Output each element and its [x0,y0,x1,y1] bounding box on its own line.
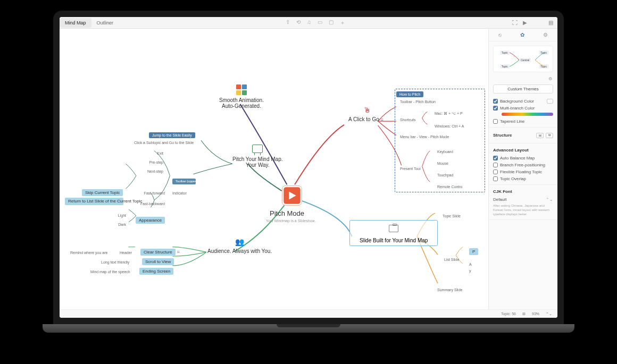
topic-remind[interactable]: Remind where you are [70,251,107,255]
topic-toolbar-pitch[interactable]: Toolbar - Pitch Button [400,100,436,104]
topic-mac-shortcut[interactable]: Mac: ⌘ + ⌥ + P [435,112,463,116]
zoom-stepper-icon[interactable]: ⌃⌄ [546,312,552,316]
share-icon[interactable]: ⇪ [286,19,290,27]
top-toolbar: Mind Map Outliner ⇪ ⟲ ♫ ▭ ▢ ＋ ⛶ ▶ ▤ [60,17,557,29]
topic-longtext[interactable]: Long text friendly [101,260,129,264]
ending-screen-chip[interactable]: Ending Screen [139,268,173,274]
how-to-pitch-badge[interactable]: How to Pitch [396,91,423,97]
panel-tab-link-icon[interactable]: ⎋ [498,32,502,38]
note-icon[interactable]: ▭ [318,19,322,27]
branch-slide-built[interactable]: Slide Built for Your Mind Map [349,220,438,246]
tab-mindmap[interactable]: Mind Map [60,18,91,28]
style-panel: ⎋ ✿ ⚙ Central Topic Topic Topic Topic [488,29,557,309]
color-gradient[interactable] [502,113,553,116]
topic-click-subtopic[interactable]: Click a Subtopic and Go to the Slide [134,141,194,145]
list-a[interactable]: A [469,263,472,266]
appearance-chip[interactable]: Appearance [136,217,165,223]
tapered-checkbox[interactable] [493,119,498,124]
tab-outliner[interactable]: Outliner [91,18,119,28]
status-bar: Topic: 56 ⊞ 93% ⌃⌄ [60,309,557,318]
skip-chip[interactable]: Skip Current Topic [82,189,123,195]
branch-pitch-your-way[interactable]: Pitch Your Mind Map. Your Way. [232,145,283,168]
branchfree-checkbox[interactable] [493,163,498,167]
topic-fastfwd[interactable]: Fast-forward [134,191,165,195]
panel-tab-settings-icon[interactable]: ⚙ [543,32,548,38]
bg-color-swatch[interactable] [547,99,553,104]
topic-light[interactable]: Light [110,214,126,217]
puzzle-icon [236,84,247,95]
topic-indicator[interactable]: Indicator [172,191,187,195]
people-icon [234,238,246,247]
audio-icon[interactable]: ♫ [307,19,311,27]
central-node-icon[interactable] [282,185,302,206]
structure-option-1[interactable]: ⊞ [536,133,544,138]
hamburger-icon [177,249,182,255]
topic-touchpad[interactable]: Touchpad [437,173,453,177]
topic-nextstep[interactable]: Next-step [139,170,163,173]
summary-slide[interactable]: Summary Slide [437,288,462,292]
branch-smooth[interactable]: Smooth Animation. Auto-Generated. [219,84,264,109]
map-icon[interactable]: ⊞ [522,312,526,316]
mouse-icon [363,108,371,114]
toolbar-upper-chip[interactable]: Toolbar (upper right) [172,177,196,184]
list-slide[interactable]: List Slide [444,258,459,261]
topic-keyboard[interactable]: Keyboard [437,150,453,154]
panel-tab-style-icon[interactable]: ✿ [520,32,524,38]
topic-header[interactable]: Header [120,251,132,255]
topic-present-tool[interactable]: Present Tool [400,167,421,171]
screen-icon[interactable]: ▢ [329,19,333,27]
list-p[interactable]: P [469,248,478,254]
panel-toggle-icon[interactable]: ▤ [548,20,553,26]
clear-structure-chip[interactable]: Clear Structure [140,249,182,255]
topic-dark[interactable]: Dark [110,223,126,226]
play-icon[interactable]: ▶ [523,20,527,26]
topic-count: Topic: 56 [501,312,516,316]
hamburger-icon [381,116,386,122]
topic-mindmap-speech[interactable]: Mind map of the speech [90,270,130,274]
flexible-checkbox[interactable] [493,170,498,174]
board-icon [252,145,263,153]
list-y[interactable]: y [469,269,471,273]
custom-themes-button[interactable]: Custom Themes [493,84,553,94]
overlap-checkbox[interactable] [493,176,498,181]
keynote-icon [389,225,398,232]
theme-preview[interactable]: Central Topic Topic Topic Topic [493,46,553,72]
topic-windows-shortcut[interactable]: Windows: Ctrl + A [435,124,464,128]
jump-badge[interactable]: Jump to the Slide Easily [149,132,195,138]
svg-rect-0 [283,187,301,205]
central-node-subtitle: Your Mindmap is a Slideshow. [266,219,315,223]
scroll-view-chip[interactable]: Scroll to View [142,258,174,264]
cjk-select[interactable]: Default [493,197,506,202]
central-node-title[interactable]: Pitch Mode [270,209,304,217]
topic-prestep[interactable]: Pre-step [142,160,163,164]
branch-audience[interactable]: Audience. Always with You. [207,238,272,254]
bg-color-checkbox[interactable] [493,99,498,104]
return-chip[interactable]: Return to List Slide of the Current Topi… [65,198,123,205]
topic-exit[interactable]: Exit [150,151,163,155]
topic-shortcuts[interactable]: Shortcuts [400,118,416,122]
multibranch-checkbox[interactable] [493,106,498,111]
topic-remote[interactable]: Remote Contro [437,185,462,189]
topic-mouse[interactable]: Mouse [437,162,448,165]
topic-menubar[interactable]: Menu bar - View - Pitch Mode [400,135,449,139]
undo-icon[interactable]: ⟲ [296,19,301,27]
autobalance-checkbox[interactable] [493,156,498,160]
add-icon[interactable]: ＋ [340,19,345,27]
mindmap-canvas[interactable]: Pitch Mode Your Mindmap is a Slideshow. … [60,29,488,309]
cjk-title: CJK Font [493,187,553,196]
cjk-hint: After setting Chinese, Japanese and Kore… [493,203,553,217]
zoom-level[interactable]: 93% [532,312,539,316]
fullscreen-icon[interactable]: ⛶ [512,20,518,26]
structure-option-2[interactable]: ⧉ [546,133,553,138]
topic-slide[interactable]: Topic Slide [443,214,461,218]
advanced-layout-title: Advanced Layout [493,146,553,155]
branch-click-to-go[interactable]: A Click to Go [348,106,386,122]
